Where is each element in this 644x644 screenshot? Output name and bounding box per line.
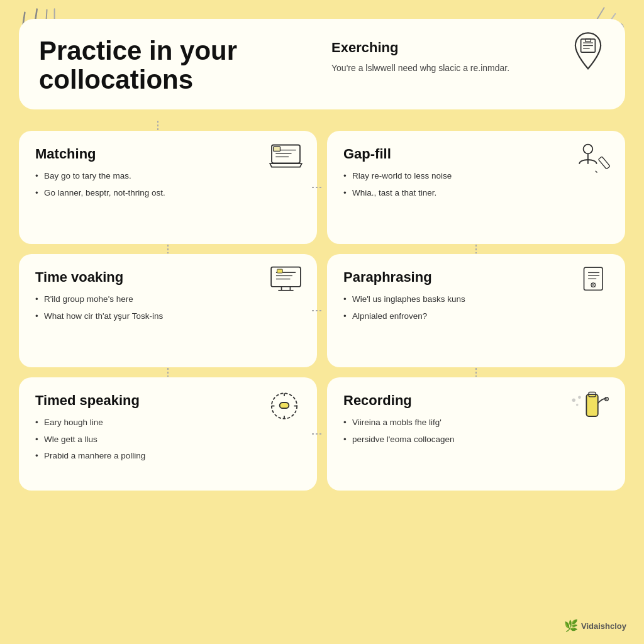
header-section: Practice in your collocations Exerching … — [19, 19, 625, 109]
brand-icon: 🌿 — [564, 619, 578, 633]
recording-card: Recording Viireina a mobls fhe lifg' per… — [327, 377, 625, 491]
row-gap-1 — [19, 244, 625, 254]
grid-row-1: Matching Bay go to tary the mas. Go lann… — [19, 131, 625, 244]
time-making-card: Time voaking R'ild group mohe's here Wha… — [19, 254, 317, 367]
timed-speaking-card-wrapper: Timed speaking Eary hough line Wle gett … — [19, 377, 317, 491]
paraphrasing-card: Paraphrasing Wie'l us inglaphes basks ku… — [327, 254, 625, 367]
time-making-item-1: R'ild group mohe's here — [35, 293, 301, 306]
recording-item-2: persidve l'eoma collocagen — [343, 433, 609, 446]
row2-hdash — [312, 310, 322, 311]
matching-item-1: Bay go to tary the mas. — [35, 170, 301, 182]
spray-icon — [567, 389, 611, 423]
row-gap-2 — [19, 367, 625, 377]
grid-wrapper: Matching Bay go to tary the mas. Go lann… — [19, 131, 625, 491]
matching-card: Matching Bay go to tary the mas. Go lann… — [19, 131, 317, 244]
gap-fill-card: Gap-fill Rlay re-world to less noise Whi… — [327, 131, 625, 244]
matching-title: Matching — [35, 146, 301, 162]
header-right: Exerching You're a lslwwell need whg sla… — [313, 36, 605, 75]
paraphrasing-item-1: Wie'l us inglaphes basks kuns — [343, 293, 609, 306]
branding: 🌿 Vidaishcloy — [564, 619, 626, 633]
gap-fill-item-1: Rlay re-world to less noise — [343, 170, 609, 182]
header-title: Practice in your collocations — [39, 36, 313, 94]
paraphrasing-list: Wie'l us inglaphes basks kuns Alpnialed … — [343, 293, 609, 323]
paraphrasing-item-2: Alpnialed enfroven? — [343, 310, 609, 323]
monitor-icon — [269, 265, 303, 294]
matching-card-wrapper: Matching Bay go to tary the mas. Go lann… — [19, 131, 317, 244]
time-making-list: R'ild group mohe's here What how cir th'… — [35, 293, 301, 323]
header-description: You're a lslwwell need whg slacic a re.i… — [331, 61, 605, 75]
paraphrasing-card-wrapper: Paraphrasing Wie'l us inglaphes basks ku… — [327, 254, 625, 367]
timed-speaking-item-3: Prabid a manhere a polling — [35, 450, 301, 462]
vdash-right-2 — [327, 368, 625, 377]
time-making-item-2: What how cir th'at yşur Tosk-ins — [35, 310, 301, 323]
header-connector — [19, 121, 625, 131]
time-making-card-wrapper: Time voaking R'ild group mohe's here Wha… — [19, 254, 317, 367]
svg-rect-40 — [586, 395, 597, 417]
timed-speaking-card: Timed speaking Eary hough line Wle gett … — [19, 377, 317, 491]
gap-fill-card-wrapper: Gap-fill Rlay re-world to less noise Whi… — [327, 131, 625, 244]
svg-rect-11 — [586, 39, 591, 42]
brand-name: Vidaishcloy — [581, 621, 626, 631]
location-pin-icon — [566, 30, 610, 74]
gap-fill-item-2: Whia., tast a that tiner. — [343, 187, 609, 199]
gap-fill-list: Rlay re-world to less noise Whia., tast … — [343, 170, 609, 199]
device-icon — [577, 265, 611, 294]
matching-list: Bay go to tary the mas. Go lanner, bespt… — [35, 170, 301, 199]
timer-icon — [265, 389, 303, 423]
svg-rect-19 — [598, 157, 610, 169]
vdash-left-1 — [19, 245, 317, 253]
paraphrasing-title: Paraphrasing — [343, 269, 609, 286]
grid-row-2: Time voaking R'ild group mohe's here Wha… — [19, 254, 625, 367]
timed-speaking-item-2: Wle gett a llus — [35, 433, 301, 446]
svg-point-17 — [584, 145, 593, 154]
laptop-icon — [269, 142, 303, 170]
svg-rect-35 — [280, 402, 289, 408]
matching-item-2: Go lanner, besptr, not-thring ost. — [35, 187, 301, 199]
gap-fill-title: Gap-fill — [343, 146, 609, 162]
person-pencil-icon — [570, 142, 611, 177]
row3-hdash — [312, 433, 322, 435]
timed-speaking-title: Timed speaking — [35, 392, 301, 409]
vdash-right-1 — [327, 245, 625, 253]
svg-rect-25 — [277, 269, 283, 273]
svg-point-43 — [572, 399, 576, 402]
grid-row-3: Timed speaking Eary hough line Wle gett … — [19, 377, 625, 491]
header-subtitle: Exerching — [331, 40, 605, 56]
time-making-title: Time voaking — [35, 269, 301, 286]
svg-rect-21 — [271, 267, 301, 287]
page-container: Practice in your collocations Exerching … — [0, 0, 644, 644]
svg-point-45 — [576, 404, 579, 406]
row1-hdash — [312, 187, 322, 188]
timed-speaking-item-1: Eary hough line — [35, 416, 301, 429]
header-left: Practice in your collocations — [39, 36, 313, 94]
svg-line-20 — [596, 171, 597, 173]
timed-speaking-list: Eary hough line Wle gett a llus Prabid a… — [35, 416, 301, 462]
svg-rect-16 — [274, 147, 280, 152]
svg-point-44 — [578, 396, 581, 399]
recording-card-wrapper: Recording Viireina a mobls fhe lifg' per… — [327, 377, 625, 491]
vdash-left-2 — [19, 368, 317, 377]
